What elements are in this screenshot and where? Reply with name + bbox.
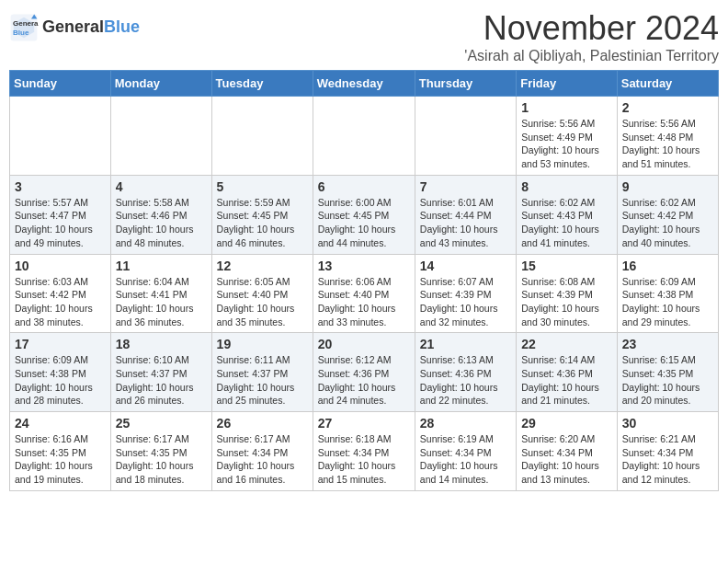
calendar-week-row: 10Sunrise: 6:03 AM Sunset: 4:42 PM Dayli… [10,254,719,333]
day-info: Sunrise: 6:11 AM Sunset: 4:37 PM Dayligh… [217,353,308,408]
calendar-cell: 22Sunrise: 6:14 AM Sunset: 4:36 PM Dayli… [517,333,618,412]
calendar-cell: 2Sunrise: 5:56 AM Sunset: 4:48 PM Daylig… [617,97,718,176]
weekday-header: Saturday [617,71,718,97]
day-info: Sunrise: 5:56 AM Sunset: 4:49 PM Dayligh… [521,117,612,171]
day-number: 22 [521,337,612,351]
day-number: 2 [622,100,713,115]
weekday-header: Sunday [10,71,111,97]
calendar-cell: 5Sunrise: 5:59 AM Sunset: 4:45 PM Daylig… [211,175,313,254]
day-info: Sunrise: 6:07 AM Sunset: 4:39 PM Dayligh… [420,275,511,329]
day-info: Sunrise: 6:13 AM Sunset: 4:36 PM Dayligh… [420,353,511,408]
logo-icon: General Blue [9,13,39,42]
day-info: Sunrise: 6:05 AM Sunset: 4:40 PM Dayligh… [217,275,308,329]
day-number: 12 [217,259,308,273]
day-info: Sunrise: 6:02 AM Sunset: 4:42 PM Dayligh… [622,196,713,250]
day-number: 24 [15,416,106,431]
calendar-cell [211,97,313,176]
day-info: Sunrise: 6:09 AM Sunset: 4:38 PM Dayligh… [15,353,106,408]
calendar-cell: 17Sunrise: 6:09 AM Sunset: 4:38 PM Dayli… [10,333,111,412]
calendar-cell: 25Sunrise: 6:17 AM Sunset: 4:35 PM Dayli… [110,412,211,491]
calendar-week-row: 3Sunrise: 5:57 AM Sunset: 4:47 PM Daylig… [10,175,719,254]
day-number: 30 [622,416,713,431]
calendar-cell: 7Sunrise: 6:01 AM Sunset: 4:44 PM Daylig… [415,175,516,254]
day-info: Sunrise: 6:04 AM Sunset: 4:41 PM Dayligh… [116,275,207,329]
calendar-cell: 12Sunrise: 6:05 AM Sunset: 4:40 PM Dayli… [211,254,313,333]
day-info: Sunrise: 6:06 AM Sunset: 4:40 PM Dayligh… [318,275,410,329]
calendar-cell [313,97,415,176]
calendar-cell: 11Sunrise: 6:04 AM Sunset: 4:41 PM Dayli… [110,254,211,333]
day-number: 29 [521,416,612,431]
day-number: 21 [420,337,511,351]
calendar-cell: 9Sunrise: 6:02 AM Sunset: 4:42 PM Daylig… [617,175,718,254]
calendar-cell: 13Sunrise: 6:06 AM Sunset: 4:40 PM Dayli… [313,254,415,333]
page-header: General Blue GeneralBlue November 2024 '… [9,9,719,64]
day-number: 27 [318,416,410,431]
day-info: Sunrise: 5:57 AM Sunset: 4:47 PM Dayligh… [15,196,106,250]
day-number: 6 [318,179,410,194]
calendar-cell: 1Sunrise: 5:56 AM Sunset: 4:49 PM Daylig… [517,97,618,176]
day-number: 7 [420,179,511,194]
logo-text: GeneralBlue [42,18,140,37]
day-info: Sunrise: 6:01 AM Sunset: 4:44 PM Dayligh… [420,196,511,250]
logo: General Blue GeneralBlue [9,13,140,42]
calendar-cell: 18Sunrise: 6:10 AM Sunset: 4:37 PM Dayli… [110,333,211,412]
calendar-cell: 3Sunrise: 5:57 AM Sunset: 4:47 PM Daylig… [10,175,111,254]
month-title: November 2024 [464,9,719,48]
calendar-cell: 15Sunrise: 6:08 AM Sunset: 4:39 PM Dayli… [517,254,618,333]
calendar-cell: 6Sunrise: 6:00 AM Sunset: 4:45 PM Daylig… [313,175,415,254]
day-number: 28 [420,416,511,431]
day-info: Sunrise: 5:59 AM Sunset: 4:45 PM Dayligh… [217,196,308,250]
calendar-cell [10,97,111,176]
day-number: 17 [15,337,106,351]
calendar-cell [415,97,516,176]
day-number: 15 [521,259,612,273]
calendar-cell: 8Sunrise: 6:02 AM Sunset: 4:43 PM Daylig… [517,175,618,254]
day-info: Sunrise: 6:18 AM Sunset: 4:34 PM Dayligh… [318,432,410,487]
day-info: Sunrise: 6:09 AM Sunset: 4:38 PM Dayligh… [622,275,713,329]
day-number: 4 [116,179,207,194]
day-info: Sunrise: 6:20 AM Sunset: 4:34 PM Dayligh… [521,432,612,487]
day-number: 10 [15,259,106,273]
day-number: 23 [622,337,713,351]
day-info: Sunrise: 6:08 AM Sunset: 4:39 PM Dayligh… [521,275,612,329]
calendar-header-row: SundayMondayTuesdayWednesdayThursdayFrid… [10,71,719,97]
day-info: Sunrise: 6:17 AM Sunset: 4:34 PM Dayligh… [217,432,308,487]
weekday-header: Friday [517,71,618,97]
calendar-cell: 24Sunrise: 6:16 AM Sunset: 4:35 PM Dayli… [10,412,111,491]
calendar-week-row: 1Sunrise: 5:56 AM Sunset: 4:49 PM Daylig… [10,97,719,176]
calendar-cell: 27Sunrise: 6:18 AM Sunset: 4:34 PM Dayli… [313,412,415,491]
calendar-cell: 30Sunrise: 6:21 AM Sunset: 4:34 PM Dayli… [617,412,718,491]
day-number: 3 [15,179,106,194]
day-info: Sunrise: 6:19 AM Sunset: 4:34 PM Dayligh… [420,432,511,487]
weekday-header: Thursday [415,71,516,97]
calendar-cell: 26Sunrise: 6:17 AM Sunset: 4:34 PM Dayli… [211,412,313,491]
weekday-header: Wednesday [313,71,415,97]
day-info: Sunrise: 6:21 AM Sunset: 4:34 PM Dayligh… [622,432,713,487]
calendar-table: SundayMondayTuesdayWednesdayThursdayFrid… [9,70,719,491]
day-info: Sunrise: 6:12 AM Sunset: 4:36 PM Dayligh… [318,353,410,408]
calendar-cell: 28Sunrise: 6:19 AM Sunset: 4:34 PM Dayli… [415,412,516,491]
calendar-cell: 23Sunrise: 6:15 AM Sunset: 4:35 PM Dayli… [617,333,718,412]
day-number: 26 [217,416,308,431]
svg-text:Blue: Blue [13,29,29,37]
calendar-cell: 21Sunrise: 6:13 AM Sunset: 4:36 PM Dayli… [415,333,516,412]
day-number: 13 [318,259,410,273]
day-number: 18 [116,337,207,351]
day-info: Sunrise: 6:17 AM Sunset: 4:35 PM Dayligh… [116,432,207,487]
day-info: Sunrise: 6:15 AM Sunset: 4:35 PM Dayligh… [622,353,713,408]
day-number: 1 [521,100,612,115]
day-number: 19 [217,337,308,351]
calendar-cell: 10Sunrise: 6:03 AM Sunset: 4:42 PM Dayli… [10,254,111,333]
calendar-week-row: 17Sunrise: 6:09 AM Sunset: 4:38 PM Dayli… [10,333,719,412]
day-number: 9 [622,179,713,194]
weekday-header: Tuesday [211,71,313,97]
day-info: Sunrise: 6:14 AM Sunset: 4:36 PM Dayligh… [521,353,612,408]
calendar-cell: 4Sunrise: 5:58 AM Sunset: 4:46 PM Daylig… [110,175,211,254]
day-number: 25 [116,416,207,431]
day-info: Sunrise: 6:16 AM Sunset: 4:35 PM Dayligh… [15,432,106,487]
location-title: 'Asirah al Qibliyah, Palestinian Territo… [464,48,719,64]
calendar-week-row: 24Sunrise: 6:16 AM Sunset: 4:35 PM Dayli… [10,412,719,491]
calendar-cell: 20Sunrise: 6:12 AM Sunset: 4:36 PM Dayli… [313,333,415,412]
day-info: Sunrise: 6:00 AM Sunset: 4:45 PM Dayligh… [318,196,410,250]
day-info: Sunrise: 6:02 AM Sunset: 4:43 PM Dayligh… [521,196,612,250]
